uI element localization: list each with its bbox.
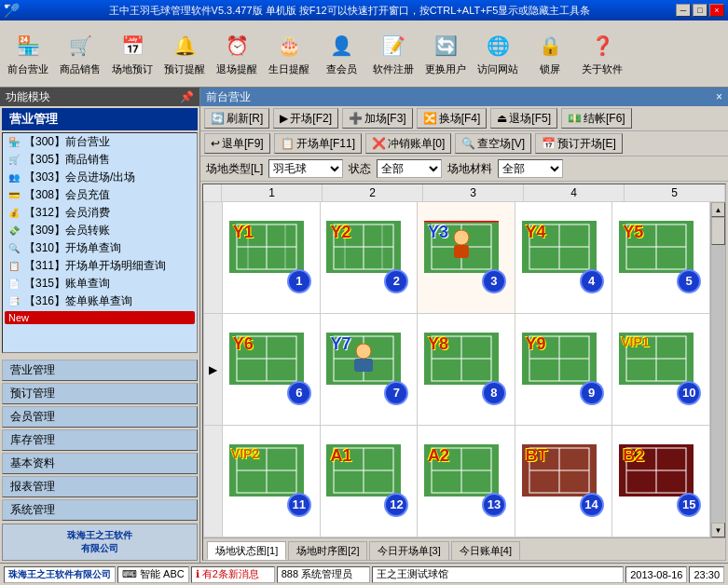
grid-scrollbar[interactable]: ▲ ▼: [710, 202, 725, 537]
scroll-track[interactable]: [711, 217, 725, 523]
sidebar-item-303[interactable]: 👥【303】会员进场/出场: [3, 169, 197, 186]
court-card-Y5[interactable]: Y5 5: [619, 221, 703, 295]
court-card-VIP2[interactable]: VIP2 11: [229, 444, 313, 519]
court-cell-VIP1[interactable]: VIP1 10: [612, 314, 710, 426]
grid-corner: [203, 184, 222, 201]
sidebar-section-基本资料[interactable]: 基本资料: [2, 453, 198, 474]
minimize-button[interactable]: ─: [676, 4, 691, 17]
tab-today-bill[interactable]: 今日账单[4]: [451, 541, 520, 560]
sidebar-item-308[interactable]: 💳【308】会员充值: [3, 186, 197, 204]
toolbar-label-5: 生日提醒: [268, 62, 309, 76]
toolbar-item-7[interactable]: 📝软件注册: [369, 28, 418, 79]
sidebar-item-309[interactable]: 💸【309】会员转账: [3, 222, 197, 239]
ime-icon: ⌨: [122, 568, 137, 580]
toolbar-item-4[interactable]: ⏰退场提醒: [213, 28, 261, 79]
court-cell-Y4[interactable]: Y4 4: [515, 202, 613, 314]
scroll-down[interactable]: ▼: [711, 523, 725, 537]
sidebar-section-会员管理[interactable]: 会员管理: [2, 406, 198, 428]
toolbar-item-10[interactable]: 🔒锁屏: [526, 28, 574, 79]
ctb2-btn-2[interactable]: ❌ 冲销账单[0]: [365, 133, 451, 154]
sidebar-item-316[interactable]: 📑【316】签单账单查询: [3, 292, 197, 310]
toolbar-item-0[interactable]: 🏪前台营业: [4, 28, 52, 79]
tab-court-timeline[interactable]: 场地时序图[2]: [288, 541, 367, 560]
maximize-button[interactable]: □: [693, 4, 707, 17]
material-select[interactable]: 全部 木地板 PVC 水泥: [498, 159, 563, 178]
court-cell-Y3[interactable]: Y3 3: [418, 202, 515, 314]
svg-rect-17: [454, 245, 469, 258]
court-card-BT[interactable]: BT 14: [522, 444, 606, 519]
content-close-icon[interactable]: ×: [716, 90, 722, 103]
court-name-Y7: Y7: [330, 334, 350, 354]
ctb2-btn-1[interactable]: 📋 开场单[F11]: [274, 133, 362, 154]
toolbar-item-11[interactable]: ❓关于软件: [578, 28, 626, 79]
court-card-Y6[interactable]: Y6 6: [229, 333, 313, 407]
tab-court-status[interactable]: 场地状态图[1]: [207, 541, 286, 560]
status-logo: 珠海王之王软件有限公司: [4, 566, 116, 583]
court-card-Y9[interactable]: Y9 9: [522, 333, 606, 407]
court-badge-Y7: 7: [384, 381, 408, 405]
court-card-B2[interactable]: B2 15: [619, 444, 703, 519]
court-card-Y3[interactable]: Y3 3: [424, 221, 508, 295]
sidebar-section-预订管理[interactable]: 预订管理: [2, 383, 198, 404]
court-name-Y1: Y1: [233, 223, 254, 242]
court-card-VIP1[interactable]: VIP1 10: [619, 333, 703, 407]
sidebar-section-营业管理[interactable]: 营业管理: [2, 360, 198, 381]
court-card-Y4[interactable]: Y4 4: [522, 221, 606, 295]
court-card-Y8[interactable]: Y8 8: [424, 333, 508, 407]
type-select[interactable]: 羽毛球 乒乓球 网球 篮球: [268, 159, 343, 178]
toolbar-item-6[interactable]: 👤查会员: [317, 28, 365, 79]
status-select[interactable]: 全部 空闲 使用中 预订: [377, 159, 442, 178]
court-badge-Y8: 8: [482, 381, 506, 405]
court-cell-Y2[interactable]: Y2 2: [321, 202, 419, 314]
sidebar-item-315[interactable]: 📄【315】账单查询: [3, 275, 197, 292]
row-nav-arrow[interactable]: ▶: [204, 314, 223, 426]
court-card-Y2[interactable]: Y2 2: [326, 221, 410, 295]
ctb2-btn-4[interactable]: 📅 预订开场[E]: [535, 133, 623, 154]
court-card-Y1[interactable]: Y1 1: [229, 221, 313, 295]
sidebar-item-312[interactable]: 💰【312】会员消费: [3, 204, 197, 222]
sidebar-label-316: 【316】签单账单查询: [24, 293, 132, 309]
scroll-up[interactable]: ▲: [711, 202, 725, 217]
court-card-Y7[interactable]: Y7 7: [326, 333, 410, 407]
close-button[interactable]: ×: [709, 4, 724, 17]
court-card-A1[interactable]: A1 12: [326, 444, 410, 519]
sidebar-item-300[interactable]: 🏪【300】前台营业: [3, 133, 197, 151]
court-cell-B2[interactable]: B2 15: [612, 426, 710, 537]
court-cell-Y8[interactable]: Y8 8: [418, 314, 515, 426]
toolbar-item-3[interactable]: 🔔预订提醒: [160, 28, 209, 79]
status-new-msg[interactable]: ℹ 有2条新消息: [191, 566, 275, 583]
ctb1-btn-4[interactable]: ⏏ 退场[F5]: [490, 108, 557, 129]
ctb1-btn-5[interactable]: 💵 结帐[F6]: [561, 108, 632, 129]
court-cell-BT[interactable]: BT 14: [515, 426, 613, 537]
toolbar-item-1[interactable]: 🛒商品销售: [56, 28, 104, 79]
court-cell-A1[interactable]: A1 12: [321, 426, 419, 537]
scroll-thumb[interactable]: [711, 217, 725, 245]
court-cell-VIP2[interactable]: VIP2 11: [223, 426, 321, 537]
ctb2-btn-0[interactable]: ↩ 退单[F9]: [204, 133, 270, 154]
court-card-A2[interactable]: A2 13: [424, 444, 508, 519]
tab-today-open[interactable]: 今日开场单[3]: [369, 541, 448, 560]
sidebar-item-305[interactable]: 🛒【305】商品销售: [3, 151, 197, 169]
court-badge-Y5: 5: [677, 269, 701, 293]
court-cell-Y9[interactable]: Y9 9: [515, 314, 613, 426]
sidebar-item-311[interactable]: 📋【311】开场单开场明细查询: [3, 257, 197, 275]
ctb1-btn-1[interactable]: ▶ 开场[F2]: [273, 108, 338, 129]
court-cell-Y7[interactable]: Y7 7: [321, 314, 419, 426]
court-cell-A2[interactable]: A2 13: [418, 426, 515, 537]
court-cell-Y1[interactable]: Y1 1: [223, 202, 321, 314]
ctb1-btn-0[interactable]: 🔄 刷新[R]: [204, 108, 269, 129]
ctb1-btn-3[interactable]: 🔀 换场[F4]: [417, 108, 488, 129]
sidebar-active-section[interactable]: 营业管理: [2, 108, 198, 130]
sidebar-section-系统管理[interactable]: 系统管理: [2, 499, 198, 521]
court-cell-Y6[interactable]: Y6 6: [223, 314, 321, 426]
court-cell-Y5[interactable]: Y5 5: [612, 202, 710, 314]
toolbar-item-9[interactable]: 🌐访问网站: [474, 28, 522, 79]
sidebar-section-库存管理[interactable]: 库存管理: [2, 429, 198, 451]
sidebar-section-报表管理[interactable]: 报表管理: [2, 476, 198, 497]
sidebar-item-310[interactable]: 🔍【310】开场单查询: [3, 239, 197, 257]
toolbar-item-2[interactable]: 📅场地预订: [108, 28, 157, 79]
toolbar-item-5[interactable]: 🎂生日提醒: [265, 28, 313, 79]
toolbar-item-8[interactable]: 🔄更换用户: [421, 28, 470, 79]
ctb1-btn-2[interactable]: ➕ 加场[F3]: [342, 108, 413, 129]
ctb2-btn-3[interactable]: 🔍 查空场[V]: [455, 133, 531, 154]
